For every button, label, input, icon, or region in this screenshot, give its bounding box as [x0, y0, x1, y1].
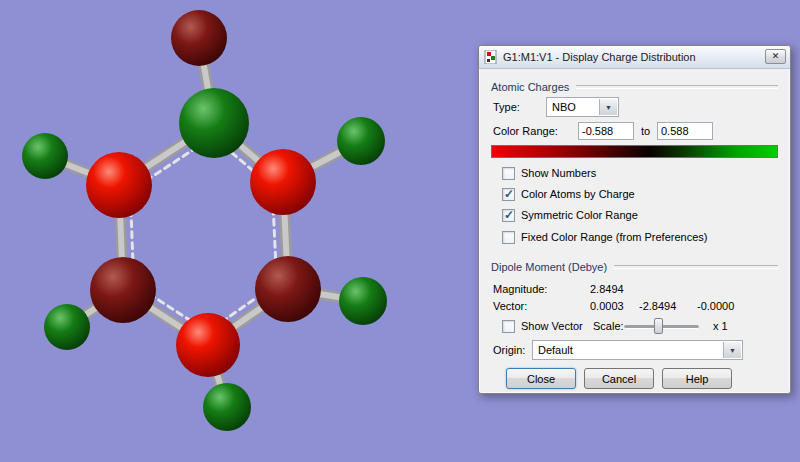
scale-value: x 1: [713, 319, 728, 333]
atom-green[interactable]: [339, 277, 387, 325]
dialog-icon: [484, 50, 498, 64]
fixed-range-checkbox[interactable]: [502, 231, 515, 244]
to-label: to: [641, 124, 650, 138]
fixed-range-label: Fixed Color Range (from Preferences): [521, 230, 707, 244]
magnitude-value: 2.8494: [590, 282, 624, 296]
color-max-input[interactable]: [657, 122, 713, 140]
dipole-heading: Dipole Moment (Debye): [491, 260, 778, 274]
chevron-down-icon[interactable]: ▼: [599, 99, 617, 115]
atom-green[interactable]: [44, 304, 90, 350]
atom-green[interactable]: [337, 117, 385, 165]
atomic-charges-heading: Atomic Charges: [491, 80, 778, 94]
origin-combobox[interactable]: Default ▼: [532, 340, 743, 360]
vector-label: Vector:: [493, 299, 527, 313]
color-range-label: Color Range:: [493, 124, 558, 138]
atom-red[interactable]: [250, 149, 316, 215]
scene: G1:M1:V1 - Display Charge Distribution ✕…: [0, 0, 800, 462]
dialog-titlebar[interactable]: G1:M1:V1 - Display Charge Distribution ✕: [479, 46, 790, 69]
charge-gradient-bar: [491, 145, 778, 158]
atom-darkred[interactable]: [255, 256, 321, 322]
atom-red[interactable]: [176, 313, 240, 377]
vector-y-value: -2.8494: [639, 299, 676, 313]
origin-label: Origin:: [493, 343, 525, 357]
aromatic-dash: [273, 208, 276, 264]
vector-z-value: -0.0000: [697, 299, 734, 313]
atom-darkred[interactable]: [171, 10, 227, 66]
atom-red[interactable]: [86, 152, 152, 218]
color-atoms-label: Color Atoms by Charge: [521, 187, 635, 201]
chevron-down-icon[interactable]: ▼: [723, 342, 741, 358]
type-value: NBO: [552, 101, 576, 114]
origin-value: Default: [538, 344, 573, 357]
scale-slider-thumb[interactable]: [654, 318, 663, 334]
atom-green[interactable]: [179, 88, 249, 158]
show-vector-checkbox[interactable]: [502, 320, 515, 333]
dialog-body: Atomic Charges Type: NBO ▼ Color Range: …: [479, 68, 790, 393]
atom-green[interactable]: [203, 383, 251, 431]
aromatic-dash: [131, 210, 133, 265]
type-combobox[interactable]: NBO ▼: [546, 97, 619, 117]
symmetric-range-checkbox[interactable]: [502, 209, 515, 222]
show-numbers-label: Show Numbers: [521, 166, 596, 180]
charge-distribution-dialog: G1:M1:V1 - Display Charge Distribution ✕…: [478, 45, 791, 394]
scale-label: Scale:: [593, 319, 624, 333]
help-button[interactable]: Help: [662, 368, 732, 389]
symmetric-range-label: Symmetric Color Range: [521, 208, 638, 222]
close-button[interactable]: Close: [506, 368, 576, 389]
scale-slider[interactable]: [624, 325, 699, 329]
magnitude-label: Magnitude:: [493, 282, 547, 296]
vector-x-value: 0.0003: [590, 299, 624, 313]
type-label: Type:: [493, 100, 520, 114]
show-vector-label: Show Vector: [521, 319, 583, 333]
cancel-button[interactable]: Cancel: [584, 368, 654, 389]
close-icon[interactable]: ✕: [765, 49, 786, 64]
show-numbers-checkbox[interactable]: [502, 167, 515, 180]
atom-darkred[interactable]: [90, 257, 156, 323]
color-min-input[interactable]: [578, 122, 634, 140]
color-atoms-checkbox[interactable]: [502, 188, 515, 201]
atom-green[interactable]: [22, 133, 68, 179]
dialog-title: G1:M1:V1 - Display Charge Distribution: [503, 51, 696, 63]
